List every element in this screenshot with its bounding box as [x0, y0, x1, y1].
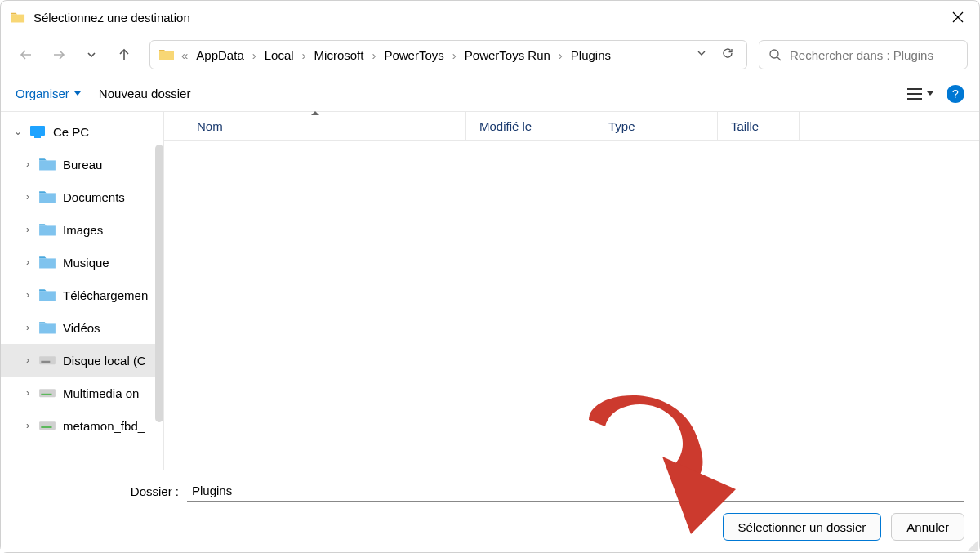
svg-line-3: [777, 57, 781, 60]
search-icon: [769, 49, 782, 61]
folder-icon: [38, 319, 56, 337]
pc-icon: [29, 123, 47, 140]
chevron-right-icon: ›: [22, 289, 33, 301]
chevron-down-icon: [74, 91, 81, 96]
chevron-right-icon: ›: [22, 420, 33, 431]
svg-rect-10: [39, 422, 56, 430]
tree-item-label: Vidéos: [63, 321, 100, 335]
window-folder-icon: [11, 11, 25, 23]
address-bar[interactable]: « AppData› Local› Microsoft› PowerToys› …: [149, 40, 747, 69]
folder-icon: [38, 221, 56, 239]
column-header-modified[interactable]: Modifié le: [466, 112, 595, 140]
tree-item[interactable]: ›Musique: [1, 246, 163, 279]
breadcrumb-prefix: «: [180, 48, 189, 62]
resize-grip[interactable]: [966, 539, 978, 551]
svg-rect-5: [34, 136, 41, 138]
svg-rect-4: [30, 126, 45, 136]
new-folder-button[interactable]: Nouveau dossier: [99, 87, 191, 100]
tree-item[interactable]: ›Multimedia on: [1, 377, 163, 409]
forward-button[interactable]: [45, 41, 73, 69]
tree-item[interactable]: ›Vidéos: [1, 311, 163, 344]
organize-menu[interactable]: Organiser: [16, 87, 81, 100]
tree-item-this-pc[interactable]: ⌄ Ce PC: [1, 115, 163, 148]
tree-item-label: Multimedia on: [63, 386, 139, 400]
column-header-name[interactable]: Nom: [164, 112, 466, 140]
tree-item-label: Images: [63, 223, 103, 237]
svg-rect-9: [41, 394, 51, 395]
tree-item[interactable]: ›Disque local (C: [1, 344, 163, 377]
folder-name-input[interactable]: [187, 480, 964, 502]
chevron-down-icon: [927, 91, 933, 96]
network-drive-icon: [38, 417, 56, 435]
breadcrumb-item[interactable]: PowerToys: [379, 45, 448, 65]
column-header-size[interactable]: Taille: [718, 112, 800, 140]
svg-rect-6: [39, 357, 56, 365]
search-box[interactable]: [759, 40, 968, 69]
tree-item[interactable]: ›Téléchargemen: [1, 279, 163, 311]
window-title: Sélectionnez une destination: [33, 11, 947, 25]
tree-item-label: Téléchargemen: [63, 288, 148, 302]
file-list-area[interactable]: [164, 141, 979, 470]
tree-item-label: Bureau: [63, 158, 102, 172]
folder-icon: [38, 253, 56, 271]
chevron-down-icon: ⌄: [12, 126, 24, 137]
breadcrumb-item[interactable]: Local: [260, 45, 299, 65]
svg-point-2: [770, 50, 778, 58]
search-input[interactable]: [790, 48, 957, 62]
breadcrumb-item[interactable]: PowerToys Run: [460, 45, 555, 65]
address-folder-icon: [158, 48, 175, 61]
folder-icon: [38, 188, 56, 206]
svg-rect-11: [41, 426, 51, 428]
folder-icon: [38, 155, 56, 173]
address-dropdown-button[interactable]: [696, 47, 707, 62]
column-header-type[interactable]: Type: [595, 112, 718, 140]
chevron-right-icon: ›: [22, 158, 33, 170]
svg-rect-7: [41, 361, 50, 363]
chevron-right-icon: ›: [22, 355, 33, 366]
breadcrumb-item[interactable]: AppData: [191, 45, 248, 65]
refresh-button[interactable]: [722, 47, 733, 62]
tree-item[interactable]: ›Images: [1, 213, 163, 246]
tree-item[interactable]: ›metamon_fbd_: [1, 409, 163, 442]
network-drive-icon: [38, 384, 56, 402]
tree-item-label: Disque local (C: [63, 354, 146, 368]
recent-locations-button[interactable]: [78, 41, 105, 69]
breadcrumb-item[interactable]: Microsoft: [310, 45, 369, 65]
navigation-tree[interactable]: ⌄ Ce PC ›Bureau›Documents›Images›Musique…: [1, 112, 164, 470]
list-view-icon: [907, 88, 922, 100]
chevron-right-icon: ›: [22, 387, 33, 399]
chevron-right-icon: ›: [22, 322, 33, 333]
drive-icon: [38, 351, 56, 369]
help-button[interactable]: ?: [947, 85, 964, 103]
tree-item-label: metamon_fbd_: [63, 419, 145, 433]
chevron-right-icon: ›: [22, 224, 33, 235]
tree-item-label: Musique: [63, 256, 109, 270]
chevron-right-icon: ›: [22, 191, 33, 203]
folder-field-label: Dossier :: [16, 484, 179, 498]
select-folder-button[interactable]: Sélectionner un dossier: [723, 513, 882, 541]
sidebar-scrollbar[interactable]: [155, 145, 163, 422]
chevron-right-icon: ›: [22, 256, 33, 268]
sort-ascending-icon: [311, 111, 319, 115]
close-button[interactable]: [947, 6, 969, 29]
tree-item[interactable]: ›Documents: [1, 181, 163, 213]
cancel-button[interactable]: Annuler: [891, 513, 964, 541]
breadcrumb-item[interactable]: Plugins: [566, 45, 616, 65]
view-options-button[interactable]: [907, 88, 933, 100]
back-button[interactable]: [12, 41, 40, 69]
folder-icon: [38, 286, 56, 304]
tree-item[interactable]: ›Bureau: [1, 148, 163, 181]
up-button[interactable]: [110, 41, 138, 69]
tree-item-label: Documents: [63, 190, 125, 204]
svg-rect-8: [39, 390, 56, 398]
